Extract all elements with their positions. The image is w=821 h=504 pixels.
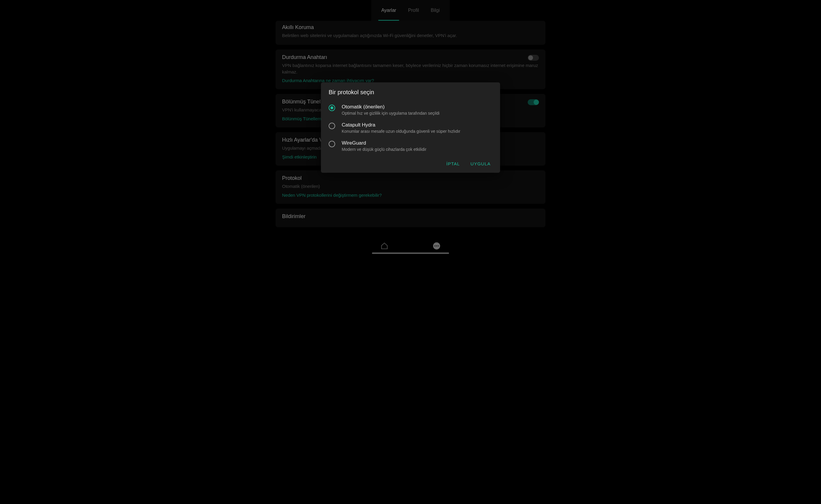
cancel-button[interactable]: İPTAL — [445, 159, 462, 169]
radio-unselected-icon — [329, 123, 335, 129]
option-desc: Modern ve düşük güçlü cihazlarda çok etk… — [342, 147, 427, 152]
option-label: Otomatik (önerilen) — [342, 104, 440, 110]
option-label: Catapult Hydra — [342, 122, 460, 128]
protocol-option-auto[interactable]: Otomatik (önerilen) Optimal hız ve gizli… — [329, 102, 492, 120]
protocol-dialog: Bir protokol seçin Otomatik (önerilen) O… — [321, 82, 500, 173]
apply-button[interactable]: UYGULA — [469, 159, 492, 169]
option-label: WireGuard — [342, 140, 427, 146]
radio-selected-icon — [329, 105, 335, 111]
option-desc: Konumlar arası mesafe uzun olduğunda güv… — [342, 129, 460, 134]
radio-unselected-icon — [329, 141, 335, 147]
protocol-option-hydra[interactable]: Catapult Hydra Konumlar arası mesafe uzu… — [329, 120, 492, 138]
option-desc: Optimal hız ve gizlilik için uygulama ta… — [342, 111, 440, 116]
dialog-actions: İPTAL UYGULA — [329, 159, 492, 169]
dialog-title: Bir protokol seçin — [329, 89, 492, 96]
protocol-option-wireguard[interactable]: WireGuard Modern ve düşük güçlü cihazlar… — [329, 138, 492, 156]
